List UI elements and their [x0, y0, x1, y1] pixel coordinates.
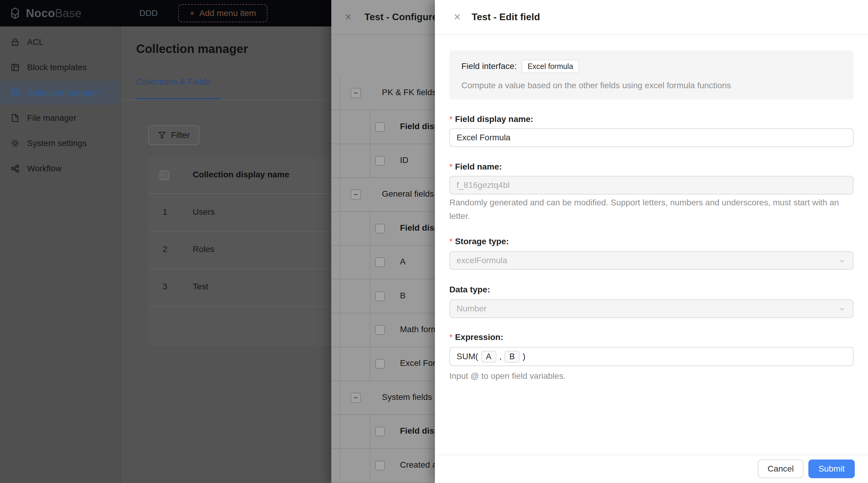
- filter-button[interactable]: Filter: [148, 125, 199, 145]
- field-group-label: General fields: [382, 189, 434, 199]
- data-type-select: Number: [450, 299, 854, 318]
- data-type-label: Data type:: [450, 285, 490, 294]
- select-all-checkbox[interactable]: [160, 170, 169, 180]
- table-column-divider: [370, 144, 370, 178]
- file-icon: [10, 113, 20, 123]
- row-checkbox[interactable]: [375, 156, 385, 166]
- topnav-item-ddd[interactable]: DDD: [140, 8, 158, 18]
- logo-text: NocoBase: [26, 7, 82, 20]
- field-group-label: PK & FK fields: [382, 88, 436, 97]
- collection-name: Users: [193, 207, 215, 217]
- row-checkbox[interactable]: [375, 461, 385, 470]
- close-icon[interactable]: ×: [452, 10, 463, 24]
- footer-divider: [435, 455, 868, 455]
- select-all-checkbox[interactable]: [375, 224, 385, 233]
- table-column-divider: [370, 246, 370, 279]
- field-label: ID: [400, 155, 408, 165]
- collection-name: Test: [193, 282, 208, 291]
- row-checkbox[interactable]: [375, 257, 385, 267]
- storage-type-label: Storage type:: [450, 237, 509, 246]
- field-interface-label: Field interface:: [461, 61, 517, 71]
- table-column-divider: [370, 314, 370, 347]
- expression-input[interactable]: SUM(A,B): [450, 347, 854, 366]
- table-column-divider: [370, 449, 370, 482]
- table-column-divider: [370, 280, 370, 313]
- edit-drawer-header: × Test - Edit field: [435, 0, 868, 35]
- sidebar-item-label: Block templates: [27, 63, 87, 72]
- field-interface-tag: Excel formula: [522, 60, 579, 73]
- field-display-name-label: Field display name:: [450, 115, 533, 124]
- app-root: NocoBase DDD + Add menu item ACLBlock te…: [0, 0, 868, 483]
- database-icon: [10, 88, 20, 98]
- sidebar-item-file-manager[interactable]: File manager: [0, 106, 120, 130]
- row-checkbox[interactable]: [375, 359, 385, 368]
- sidebar-item-label: Workflow: [27, 164, 62, 173]
- expression-hint: Input @ to open field variables.: [450, 369, 854, 383]
- nocobase-cube-icon: [8, 7, 22, 20]
- field-interface-description: Compute a value based on the other field…: [461, 81, 731, 90]
- sidebar-item-workflow[interactable]: Workflow: [0, 157, 120, 181]
- row-index: 2: [163, 245, 167, 254]
- collapse-minus-icon[interactable]: −: [350, 393, 361, 403]
- table-column-divider: [370, 347, 370, 380]
- field-label: A: [400, 257, 406, 266]
- sidebar-item-label: Collection manager: [27, 88, 100, 98]
- select-all-checkbox[interactable]: [375, 122, 385, 132]
- workflow-icon: [10, 164, 20, 173]
- sidebar-item-block-templates[interactable]: Block templates: [0, 55, 120, 79]
- sidebar-item-label: System settings: [27, 138, 87, 148]
- chevron-down-icon: [838, 305, 846, 313]
- expression-text: ): [523, 352, 525, 361]
- column-header-collection-display-name: Collection display name: [193, 170, 289, 180]
- field-label: B: [400, 291, 406, 300]
- funnel-icon: [158, 131, 166, 139]
- field-label: Created at: [400, 460, 439, 470]
- page-title: Collection manager: [136, 42, 248, 56]
- sidebar-nav: ACLBlock templatesCollection managerFile…: [0, 27, 121, 483]
- expression-text: SUM(: [457, 352, 478, 361]
- chevron-down-icon: [838, 257, 846, 264]
- field-interface-panel: Field interface: Excel formula Compute a…: [450, 51, 854, 99]
- tab-collections-fields[interactable]: Collections & Fields: [136, 77, 210, 87]
- sidebar-item-collection-manager[interactable]: Collection manager: [0, 81, 120, 105]
- layout-icon: [10, 63, 20, 72]
- field-name-help: Randomly generated and can be modified. …: [450, 196, 854, 223]
- edit-drawer-title: Test - Edit field: [472, 11, 540, 23]
- help-text-line: Randomly generated and can be modified. …: [450, 196, 854, 209]
- select-all-checkbox[interactable]: [375, 427, 385, 436]
- gear-icon: [10, 138, 20, 148]
- add-menu-item-button[interactable]: + Add menu item: [178, 4, 268, 22]
- cancel-button[interactable]: Cancel: [758, 459, 804, 478]
- field-name-input: f_816geztq4bl: [450, 176, 854, 195]
- plus-icon: +: [190, 8, 194, 18]
- table-column-divider: [370, 110, 370, 143]
- table-column-divider: [370, 212, 370, 245]
- expression-label: Expression:: [450, 332, 503, 342]
- field-variable-chip[interactable]: B: [504, 351, 520, 362]
- collapse-minus-icon[interactable]: −: [350, 189, 361, 200]
- sidebar-item-acl[interactable]: ACL: [0, 30, 120, 54]
- row-checkbox[interactable]: [375, 291, 385, 301]
- sidebar-item-label: ACL: [27, 37, 43, 47]
- expression-text: ,: [499, 352, 502, 361]
- collection-name: Roles: [193, 245, 214, 254]
- close-icon[interactable]: ×: [343, 10, 353, 24]
- nocobase-logo[interactable]: NocoBase: [8, 7, 82, 20]
- row-checkbox[interactable]: [375, 325, 385, 335]
- storage-type-select: excelFormula: [450, 251, 854, 270]
- field-variable-chip[interactable]: A: [481, 351, 496, 362]
- help-text-line: letter.: [450, 209, 854, 223]
- sidebar-item-label: File manager: [27, 113, 76, 123]
- collapse-minus-icon[interactable]: −: [350, 88, 361, 98]
- row-index: 1: [163, 207, 167, 217]
- row-index: 3: [163, 282, 167, 291]
- table-column-divider: [370, 415, 370, 448]
- field-display-name-input[interactable]: Excel Formula: [450, 128, 854, 147]
- field-name-label: Field name:: [450, 162, 502, 172]
- edit-field-drawer: × Test - Edit field Field interface: Exc…: [435, 0, 868, 483]
- field-group-label: System fields: [382, 392, 432, 402]
- lock-icon: [10, 37, 20, 47]
- sidebar-item-system-settings[interactable]: System settings: [0, 131, 120, 155]
- submit-button[interactable]: Submit: [808, 459, 855, 478]
